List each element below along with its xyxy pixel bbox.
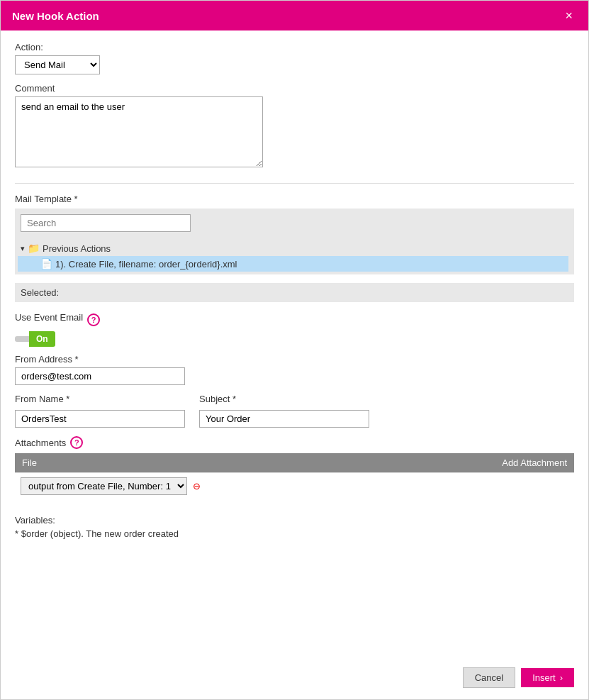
tree-parent-row[interactable]: ▾ 📁 Previous Actions	[18, 240, 568, 256]
tree-toggle-icon: ▾	[21, 244, 25, 253]
from-name-label: From Name *	[15, 394, 185, 404]
use-event-email-help-icon[interactable]: ?	[87, 313, 100, 326]
tree-container: ▾ 📁 Previous Actions 📄 1). Create File, …	[15, 238, 574, 274]
attachment-row-content: output from Create File, Number: 1 ⊖	[21, 477, 568, 495]
selected-label: Selected:	[21, 287, 59, 298]
toggle-off-button[interactable]	[15, 336, 29, 342]
search-input[interactable]	[21, 214, 191, 232]
variables-title: Variables:	[15, 515, 574, 526]
selected-label-row: Selected:	[15, 283, 574, 302]
two-col-row: From Name * Subject *	[15, 394, 574, 428]
close-button[interactable]: ×	[561, 8, 577, 23]
comment-textarea[interactable]: send an email to the user	[15, 96, 263, 167]
subject-label: Subject *	[199, 394, 369, 404]
search-box-wrapper	[15, 209, 574, 238]
modal-body: Action: Send Mail Send SMS Create File C…	[1, 30, 588, 659]
modal-footer: Cancel Insert ›	[1, 659, 588, 699]
action-label: Action:	[15, 42, 574, 52]
remove-attachment-button[interactable]: ⊖	[193, 482, 201, 491]
action-row: Action: Send Mail Send SMS Create File	[15, 42, 574, 74]
action-select[interactable]: Send Mail Send SMS Create File	[15, 55, 100, 74]
from-address-input[interactable]	[15, 367, 185, 385]
mail-template-label: Mail Template *	[15, 194, 574, 204]
variables-section: Variables: * $order (object). The new or…	[15, 515, 574, 539]
insert-button[interactable]: Insert ›	[521, 668, 574, 687]
cancel-button[interactable]: Cancel	[463, 667, 515, 688]
attachments-table-header-row: File Add Attachment	[15, 453, 574, 473]
attachments-header: Attachments ?	[15, 436, 574, 449]
divider	[15, 183, 574, 184]
toggle-on-button[interactable]: On	[29, 331, 55, 347]
subject-field: Subject *	[199, 394, 369, 428]
mail-template-section: Mail Template * ▾ 📁 Previous Actions 📄 1…	[15, 194, 574, 274]
add-attachment-button[interactable]: Add Attachment	[165, 453, 574, 473]
from-address-row: From Address *	[15, 354, 574, 385]
tree-child-row[interactable]: 📄 1). Create File, filename: order_{orde…	[18, 256, 568, 272]
modal-header: New Hook Action ×	[1, 1, 588, 30]
insert-arrow-icon: ›	[560, 672, 563, 683]
from-address-label: From Address *	[15, 354, 574, 365]
comment-row: Comment send an email to the user	[15, 83, 574, 167]
variables-text: * $order (object). The new order created	[15, 528, 574, 539]
comment-label: Comment	[15, 83, 574, 94]
tree-child-label: 1). Create File, filename: order_{orderi…	[55, 259, 237, 270]
attachments-table: File Add Attachment output from Create F…	[15, 453, 574, 499]
attachments-help-icon[interactable]: ?	[70, 436, 83, 449]
attachment-cell: output from Create File, Number: 1 ⊖	[15, 473, 574, 500]
use-event-email-label: Use Event Email	[15, 312, 83, 323]
attachments-section: Attachments ? File Add Attachment	[15, 436, 574, 499]
insert-label: Insert	[532, 672, 556, 683]
from-name-input[interactable]	[15, 410, 185, 428]
use-event-email-row: Use Event Email ? On	[15, 312, 574, 347]
from-name-field: From Name *	[15, 394, 185, 428]
attachment-select[interactable]: output from Create File, Number: 1	[21, 477, 187, 495]
minus-circle-icon: ⊖	[193, 482, 201, 491]
file-icon: 📄	[40, 258, 52, 270]
tree-parent-label: Previous Actions	[43, 243, 111, 254]
file-col-header: File	[15, 453, 165, 473]
folder-icon: 📁	[28, 243, 40, 254]
toggle-wrapper: On	[15, 331, 574, 347]
subject-input[interactable]	[199, 410, 369, 428]
attachment-row: output from Create File, Number: 1 ⊖	[15, 473, 574, 500]
attachments-title: Attachments	[15, 438, 66, 448]
modal-title: New Hook Action	[12, 10, 99, 22]
modal-new-hook-action: New Hook Action × Action: Send Mail Send…	[0, 0, 589, 700]
